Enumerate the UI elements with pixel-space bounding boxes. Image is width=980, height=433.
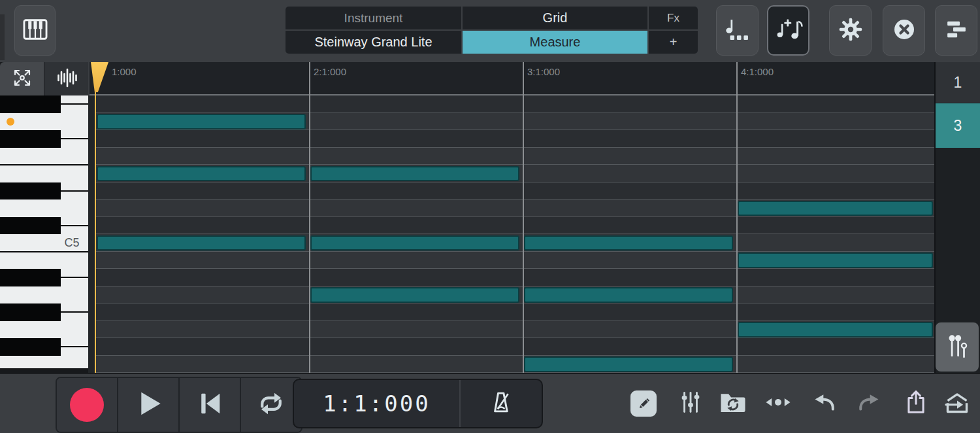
measure-line (309, 62, 310, 373)
clip-button-1[interactable]: 1 (936, 62, 980, 103)
midi-note[interactable] (524, 287, 733, 303)
close-button[interactable] (883, 5, 925, 56)
play-icon (133, 388, 164, 422)
export-icon (942, 388, 972, 419)
midi-note[interactable] (738, 201, 933, 217)
export-button[interactable] (943, 389, 972, 418)
folder-sync-icon (719, 389, 747, 418)
velocity-view-button[interactable] (44, 62, 88, 95)
playhead-line (95, 63, 97, 373)
white-key-divider (0, 251, 88, 252)
daw-piano-roll-screen: Instrument Grid Fx Steinway Grand Lite M… (0, 0, 980, 433)
white-key-divider (61, 103, 88, 105)
tab-instrument[interactable]: Instrument (286, 7, 461, 29)
record-icon (70, 388, 104, 422)
close-icon (891, 16, 917, 45)
project-sync-button[interactable] (719, 389, 747, 418)
track-eq-button[interactable] (676, 389, 705, 418)
white-key-divider (61, 190, 88, 192)
ruler-label: 1:000 (112, 66, 137, 77)
black-key[interactable] (0, 217, 61, 235)
play-button[interactable] (118, 378, 180, 432)
grid-row[interactable] (90, 303, 934, 321)
waveform-icon (55, 66, 78, 92)
sliders-icon (678, 389, 704, 418)
horizontal-stretch-button[interactable] (764, 389, 792, 418)
timeline-ruler[interactable] (90, 62, 934, 95)
loop-icon (255, 389, 287, 421)
keyboard-panel: C5 (0, 62, 88, 373)
midi-note[interactable] (738, 322, 933, 338)
instrument-name-button[interactable]: Steinway Grand Lite (286, 31, 461, 54)
tracks-view-button[interactable] (935, 5, 977, 56)
midi-note[interactable] (310, 235, 519, 251)
black-key[interactable] (0, 182, 61, 200)
grid-row[interactable] (90, 182, 934, 200)
piano-keyboard-icon (21, 15, 50, 46)
black-key[interactable] (0, 130, 61, 148)
note-duration-button[interactable] (716, 5, 759, 56)
midi-note[interactable] (97, 166, 306, 182)
midi-note[interactable] (738, 252, 933, 268)
midi-note[interactable] (524, 235, 733, 251)
midi-note[interactable] (97, 114, 306, 130)
grid-row[interactable] (90, 95, 934, 113)
undo-button[interactable] (810, 389, 839, 418)
transport-bar: 1:1:000 (0, 373, 980, 433)
midi-note[interactable] (524, 356, 733, 372)
transport-buttons (56, 377, 302, 433)
edit-mode-button[interactable] (629, 389, 658, 418)
tab-fx[interactable]: Fx (649, 7, 698, 29)
ruler-label: 4:1:000 (741, 66, 774, 77)
white-key-divider (61, 311, 88, 313)
midi-note[interactable] (97, 235, 306, 251)
track-selector-panel: Instrument Grid Fx Steinway Grand Lite M… (286, 7, 698, 54)
midi-note[interactable] (310, 166, 519, 182)
metronome-button[interactable] (459, 380, 542, 427)
white-key-divider (61, 346, 88, 347)
add-note-button[interactable] (767, 5, 809, 56)
undo-icon (811, 389, 838, 418)
black-key[interactable] (0, 269, 61, 286)
tracks-icon (943, 16, 970, 45)
top-toolbar: Instrument Grid Fx Steinway Grand Lite M… (0, 0, 980, 62)
skip-to-start-icon (195, 389, 225, 421)
time-display[interactable]: 1:1:000 (294, 380, 459, 427)
grid-row[interactable] (90, 148, 934, 165)
grid-row[interactable] (90, 130, 934, 148)
fit-view-button[interactable] (0, 62, 44, 95)
skip-to-start-button[interactable] (180, 378, 241, 432)
white-key-divider (61, 277, 88, 278)
settings-gear-icon (838, 16, 864, 45)
fx-add-button[interactable]: + (649, 31, 698, 54)
black-key[interactable] (0, 95, 61, 113)
white-key-divider (61, 138, 88, 139)
horizontal-stretch-icon (762, 389, 794, 418)
grid-row[interactable] (90, 338, 934, 356)
settings-button[interactable] (829, 5, 872, 56)
clip-button-3-active[interactable]: 3 (936, 103, 980, 148)
white-key-divider (61, 225, 88, 226)
record-button[interactable] (57, 378, 118, 432)
mixer-controls-button[interactable] (936, 322, 979, 372)
white-key-divider (0, 164, 88, 165)
ruler-label: 3:1:000 (527, 66, 560, 77)
grid-resolution-button[interactable]: Measure (463, 31, 647, 54)
redo-icon (856, 389, 882, 418)
midi-note[interactable] (310, 287, 519, 303)
grid-row[interactable] (90, 356, 934, 373)
show-keyboard-button[interactable] (14, 5, 56, 56)
measure-line (523, 62, 524, 373)
grid-row[interactable] (90, 269, 934, 286)
metronome-icon (488, 389, 514, 418)
black-key[interactable] (0, 338, 61, 356)
ruler-label: 2:1:000 (314, 66, 346, 77)
share-button[interactable] (902, 389, 930, 418)
redo-button[interactable] (855, 389, 883, 418)
note-duration-icon (723, 16, 752, 45)
time-display-panel: 1:1:000 (293, 379, 543, 428)
black-key[interactable] (0, 303, 61, 321)
grid-row[interactable] (90, 217, 934, 235)
fullscreen-expand-icon (10, 66, 34, 92)
tab-grid[interactable]: Grid (463, 7, 647, 29)
